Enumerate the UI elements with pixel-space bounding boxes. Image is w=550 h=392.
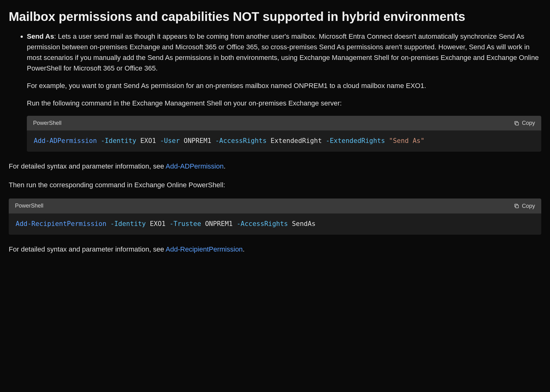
section-heading: Mailbox permissions and capabilities NOT… xyxy=(9,9,541,24)
token-param: -User xyxy=(160,137,180,145)
code-body[interactable]: Add-RecipientPermission -Identity EXO1 -… xyxy=(9,213,541,235)
code-language-label: PowerShell xyxy=(33,119,61,128)
copy-button[interactable]: Copy xyxy=(514,120,535,126)
copy-icon xyxy=(514,120,519,126)
token-command: Add-ADPermission xyxy=(34,137,97,145)
syntax-prefix: For detailed syntax and parameter inform… xyxy=(9,162,166,170)
code-language-label: PowerShell xyxy=(15,202,43,210)
token-param: -ExtendedRights xyxy=(326,137,385,145)
code-body[interactable]: Add-ADPermission -Identity EXO1 -User ON… xyxy=(27,130,541,152)
token-arg: SendAs xyxy=(292,220,316,228)
token-arg: ONPREM1 xyxy=(184,137,212,145)
token-param: -AccessRights xyxy=(215,137,267,145)
add-adpermission-link[interactable]: Add-ADPermission xyxy=(166,162,224,170)
token-string: "Send As" xyxy=(389,137,425,145)
syntax-suffix: . xyxy=(243,245,245,253)
copy-button[interactable]: Copy xyxy=(514,203,535,209)
token-arg: ExtendedRight xyxy=(271,137,322,145)
run-instruction: Run the following command in the Exchang… xyxy=(27,98,541,109)
token-param: -Identity xyxy=(110,220,146,228)
send-as-description: Send As: Lets a user send mail as though… xyxy=(27,31,541,74)
code-block-2: PowerShell Copy Add-RecipientPermission … xyxy=(9,198,541,234)
svg-rect-1 xyxy=(516,205,518,208)
svg-rect-0 xyxy=(516,122,518,125)
token-param: -AccessRights xyxy=(237,220,288,228)
copy-icon xyxy=(514,203,519,209)
token-command: Add-RecipientPermission xyxy=(16,220,106,228)
code-block-1: PowerShell Copy Add-ADPermission -Identi… xyxy=(27,116,541,152)
token-param: -Identity xyxy=(101,137,136,145)
code-header: PowerShell Copy xyxy=(9,198,541,213)
send-as-text: : Lets a user send mail as though it app… xyxy=(27,32,539,72)
token-param: -Trustee xyxy=(169,220,201,228)
list-item: Send As: Lets a user send mail as though… xyxy=(27,31,541,152)
copy-label: Copy xyxy=(522,203,535,209)
token-arg: EXO1 xyxy=(140,137,156,145)
token-arg: EXO1 xyxy=(150,220,166,228)
code-header: PowerShell Copy xyxy=(27,116,541,131)
syntax-suffix: . xyxy=(223,162,225,170)
then-run-paragraph: Then run the corresponding command in Ex… xyxy=(9,180,541,190)
example-paragraph: For example, you want to grant Send As p… xyxy=(27,81,541,91)
send-as-label: Send As xyxy=(27,32,54,40)
syntax-reference-1: For detailed syntax and parameter inform… xyxy=(9,161,541,172)
bullet-list: Send As: Lets a user send mail as though… xyxy=(9,31,541,152)
token-arg: ONPREM1 xyxy=(205,220,233,228)
syntax-prefix: For detailed syntax and parameter inform… xyxy=(9,245,166,253)
copy-label: Copy xyxy=(522,120,535,126)
add-recipientpermission-link[interactable]: Add-RecipientPermission xyxy=(166,245,243,253)
syntax-reference-2: For detailed syntax and parameter inform… xyxy=(9,244,541,255)
